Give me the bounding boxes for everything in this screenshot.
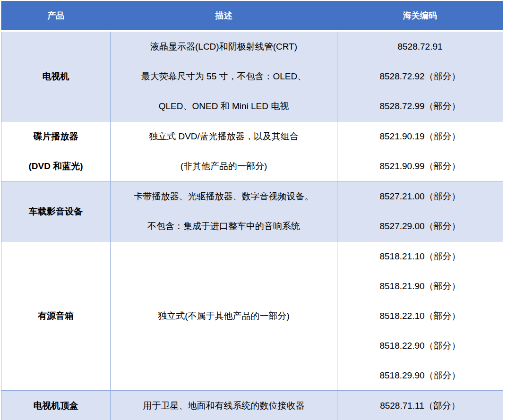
hs-code-cell: 8518.21.10（部分）8518.21.90（部分）8518.22.10（部… (337, 241, 503, 391)
header-row: 产品 描述 海关编码 (1, 1, 503, 31)
description-line: 不包含：集成于进口整车中的音响系统 (111, 211, 337, 241)
table-row: 碟片播放器(DVD 和蓝光) 独立式 DVD/蓝光播放器，以及其组合(非其他产品… (1, 121, 503, 181)
hs-code-line: 8528.72.91 (337, 32, 503, 61)
product-name-line: 车载影音设备 (1, 197, 110, 226)
table-row: 车载影音设备 卡带播放器、光驱播放器、数字音视频设备。不包含：集成于进口整车中的… (1, 181, 503, 241)
customs-table: 产品 描述 海关编码 电视机 液晶显示器(LCD)和阴极射线管(CRT)最大荧幕… (1, 1, 503, 420)
customs-table-page: 产品 描述 海关编码 电视机 液晶显示器(LCD)和阴极射线管(CRT)最大荧幕… (0, 0, 507, 420)
product-name-line: 有源音箱 (1, 301, 110, 331)
product-name-line: 电视机 (1, 61, 110, 91)
description-cell: 独立式 DVD/蓝光播放器，以及其组合(非其他产品的一部分) (111, 121, 337, 181)
hs-code-cell: 8528.71.11（部分） (337, 391, 503, 420)
product-name-line: 电视机顶盒 (1, 391, 110, 420)
hs-code-line: 8527.21.00（部分） (337, 181, 503, 211)
hs-code-line: 8518.22.10（部分） (337, 301, 503, 331)
description-line: 卡带播放器、光驱播放器、数字音视频设备。 (111, 181, 337, 211)
hs-code-line: 8521.90.99（部分） (337, 151, 503, 181)
hs-code-line: 8528.72.99（部分） (337, 91, 503, 121)
hs-code-cell: 8521.90.19（部分）8521.90.99（部分） (337, 121, 503, 181)
description-line: 最大荧幕尺寸为 55 寸，不包含：OLED、 (111, 61, 337, 91)
hs-code-line: 8518.21.90（部分） (337, 271, 503, 301)
hs-code-line: 8518.21.10（部分） (337, 241, 503, 271)
description-cell: 液晶显示器(LCD)和阴极射线管(CRT)最大荧幕尺寸为 55 寸，不包含：OL… (111, 31, 337, 121)
table-row: 电视机 液晶显示器(LCD)和阴极射线管(CRT)最大荧幕尺寸为 55 寸，不包… (1, 31, 503, 121)
table-row: 电视机顶盒 用于卫星、地面和有线系统的数位接收器 8528.71.11（部分） (1, 391, 503, 420)
hs-code-cell: 8528.72.918528.72.92（部分）8528.72.99（部分） (337, 31, 503, 121)
product-name-line: 碟片播放器 (1, 121, 110, 151)
header-product: 产品 (1, 1, 111, 31)
description-line: QLED、ONED 和 Mini LED 电视 (111, 91, 337, 121)
hs-code-line: 8528.72.92（部分） (337, 61, 503, 91)
table-row: 有源音箱 独立式(不属于其他产品的一部分) 8518.21.10（部分）8518… (1, 241, 503, 391)
hs-code-cell: 8527.21.00（部分）8527.29.00（部分） (337, 181, 503, 241)
hs-code-line: 8518.22.90（部分） (337, 331, 503, 360)
description-line: 独立式 DVD/蓝光播放器，以及其组合 (111, 121, 337, 151)
hs-code-line: 8518.29.90（部分） (337, 360, 503, 390)
header-description: 描述 (111, 1, 337, 31)
description-line: 用于卫星、地面和有线系统的数位接收器 (111, 391, 337, 420)
product-cell: 碟片播放器(DVD 和蓝光) (1, 121, 111, 181)
description-cell: 独立式(不属于其他产品的一部分) (111, 241, 337, 391)
product-cell: 电视机 (1, 31, 111, 121)
hs-code-line: 8521.90.19（部分） (337, 121, 503, 151)
description-line: 液晶显示器(LCD)和阴极射线管(CRT) (111, 32, 337, 61)
description-line: (非其他产品的一部分) (111, 151, 337, 181)
header-hs-code: 海关编码 (337, 1, 503, 31)
product-cell: 电视机顶盒 (1, 391, 111, 420)
product-name-line: (DVD 和蓝光) (1, 151, 110, 181)
description-cell: 卡带播放器、光驱播放器、数字音视频设备。不包含：集成于进口整车中的音响系统 (111, 181, 337, 241)
product-cell: 车载影音设备 (1, 181, 111, 241)
hs-code-line: 8528.71.11（部分） (337, 391, 503, 420)
description-cell: 用于卫星、地面和有线系统的数位接收器 (111, 391, 337, 420)
hs-code-line: 8527.29.00（部分） (337, 211, 503, 241)
description-line: 独立式(不属于其他产品的一部分) (111, 301, 337, 331)
product-cell: 有源音箱 (1, 241, 111, 391)
table-body: 电视机 液晶显示器(LCD)和阴极射线管(CRT)最大荧幕尺寸为 55 寸，不包… (1, 31, 503, 420)
